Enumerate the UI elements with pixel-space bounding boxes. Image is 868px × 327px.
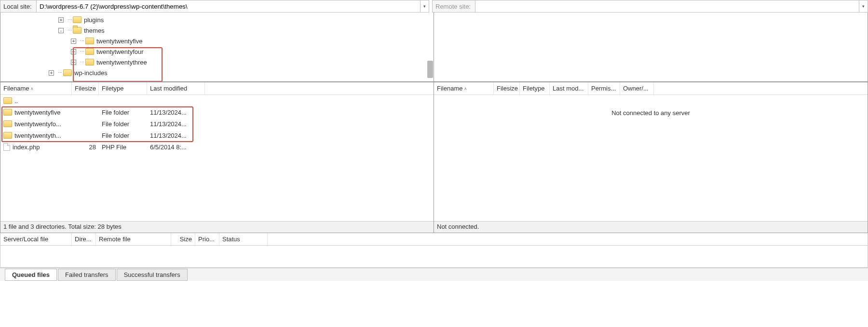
local-site-label: Local site: (0, 0, 37, 13)
tree-item-label: themes (84, 27, 105, 34)
remote-site-label: Remote site: (432, 0, 475, 13)
qcol-server[interactable]: Server/Local file (0, 233, 72, 245)
remote-path-input (475, 0, 859, 13)
folder-icon (73, 27, 81, 34)
qcol-prio[interactable]: Prio... (195, 233, 219, 245)
folder-icon (85, 38, 94, 44)
local-path-dropdown[interactable]: ▾ (420, 0, 429, 13)
tree-connector-icon: ⋯ (78, 60, 85, 65)
file-name: .. (14, 97, 18, 105)
scrollbar-thumb[interactable] (427, 61, 433, 78)
file-row[interactable]: index.php28PHP File6/5/2014 8:... (0, 141, 434, 153)
tree-item[interactable]: +⋯twentytwentythree (0, 57, 434, 67)
expand-toggle[interactable]: + (71, 39, 76, 44)
file-row[interactable]: twentytwentyfo...File folder11/13/2024..… (0, 118, 434, 130)
queue-body[interactable] (0, 246, 868, 268)
local-status-bar: 1 file and 3 directories. Total size: 28… (0, 221, 434, 233)
folder-icon (3, 132, 12, 139)
tree-item[interactable]: -⋯themes (0, 25, 434, 36)
sort-caret-icon: ∧ (464, 86, 467, 91)
tree-item[interactable]: +⋯twentytwentyfive (0, 36, 434, 46)
tab-success[interactable]: Successful transfers (117, 269, 188, 281)
col-lastmod[interactable]: Last modified (147, 82, 205, 94)
tree-item[interactable]: +⋯wp-includes (0, 67, 434, 78)
file-row[interactable]: twentytwentyth...File folder11/13/2024..… (0, 130, 434, 141)
col-filename: Filename∧ (434, 82, 494, 94)
tree-item-label: wp-includes (74, 69, 108, 77)
tree-item-label: twentytwentyfour (96, 48, 144, 55)
folder-icon (85, 48, 94, 55)
tab-queued[interactable]: Queued files (5, 269, 57, 281)
col-filetype[interactable]: Filetype (520, 82, 550, 94)
expand-toggle[interactable]: + (58, 17, 64, 23)
local-tree[interactable]: +⋯plugins-⋯themes+⋯twentytwentyfive+⋯twe… (0, 13, 434, 82)
expand-toggle[interactable]: - (58, 28, 64, 33)
tree-item-label: twentytwentythree (96, 59, 147, 66)
qcol-size[interactable]: Size (171, 233, 195, 245)
sort-caret-icon: ∧ (30, 86, 34, 91)
file-type: PHP File (99, 144, 147, 151)
expand-toggle[interactable]: + (71, 49, 76, 54)
folder-icon (73, 16, 81, 23)
file-name: twentytwentyfive (14, 109, 60, 116)
local-path-input[interactable] (37, 0, 420, 13)
tree-item[interactable]: +⋯plugins (0, 14, 434, 25)
remote-file-columns[interactable]: Filename∧ Filesize Filetype Last mod... … (434, 82, 868, 95)
file-icon (3, 143, 10, 151)
folder-icon (3, 109, 12, 116)
file-modified: 6/5/2014 8:... (147, 144, 205, 151)
tree-connector-icon: ⋯ (78, 39, 85, 44)
remote-file-list: Not connected to any server (434, 95, 868, 221)
expand-toggle[interactable]: + (71, 60, 76, 65)
folder-icon (63, 69, 72, 76)
file-modified: 11/13/2024... (147, 132, 205, 139)
local-file-list[interactable]: ..twentytwentyfiveFile folder11/13/2024.… (0, 95, 434, 221)
col-permissions[interactable]: Permis... (588, 82, 620, 94)
file-size: 28 (72, 144, 99, 151)
tree-connector-icon: ⋯ (56, 70, 63, 76)
file-name: twentytwentyth... (14, 132, 61, 139)
tree-item[interactable]: +⋯twentytwentyfour (0, 46, 434, 57)
remote-empty-message: Not connected to any server (434, 95, 868, 117)
queue-tabs: Queued files Failed transfers Successful… (0, 268, 868, 281)
expand-toggle[interactable]: + (49, 70, 54, 76)
file-type: File folder (99, 120, 147, 128)
file-row[interactable]: twentytwentyfiveFile folder11/13/2024... (0, 106, 434, 118)
remote-status-bar: Not connected. (434, 221, 868, 233)
file-type: File folder (99, 132, 147, 139)
file-name: index.php (13, 144, 40, 151)
file-modified: 11/13/2024... (147, 120, 205, 128)
remote-tree (434, 13, 868, 82)
queue-columns[interactable]: Server/Local file Dire... Remote file Si… (0, 233, 868, 246)
tree-item-label: plugins (84, 16, 104, 24)
tree-connector-icon: ⋯ (66, 17, 72, 23)
qcol-status[interactable]: Status (219, 233, 268, 245)
col-filetype[interactable]: Filetype (99, 82, 147, 94)
local-file-columns[interactable]: Filename∧ Filesize Filetype Last modifie… (0, 82, 434, 95)
folder-icon (3, 97, 12, 104)
file-type: File folder (99, 109, 147, 116)
qcol-remote[interactable]: Remote file (96, 233, 171, 245)
tree-item-label: twentytwentyfive (96, 38, 142, 45)
col-lastmod[interactable]: Last mod... (550, 82, 588, 94)
col-owner[interactable]: Owner/... (620, 82, 654, 94)
file-row[interactable]: .. (0, 95, 434, 106)
tab-failed[interactable]: Failed transfers (58, 269, 116, 281)
qcol-dir[interactable]: Dire... (72, 233, 96, 245)
folder-icon (3, 120, 12, 127)
col-filesize[interactable]: Filesize (494, 82, 520, 94)
col-filename: Filename∧ (0, 82, 72, 94)
tree-connector-icon: ⋯ (66, 28, 72, 33)
file-name: twentytwentyfo... (14, 120, 61, 128)
remote-path-dropdown[interactable]: ▾ (859, 0, 868, 13)
col-filesize[interactable]: Filesize (72, 82, 99, 94)
tree-connector-icon: ⋯ (78, 49, 85, 54)
folder-icon (85, 59, 94, 65)
file-modified: 11/13/2024... (147, 109, 205, 116)
